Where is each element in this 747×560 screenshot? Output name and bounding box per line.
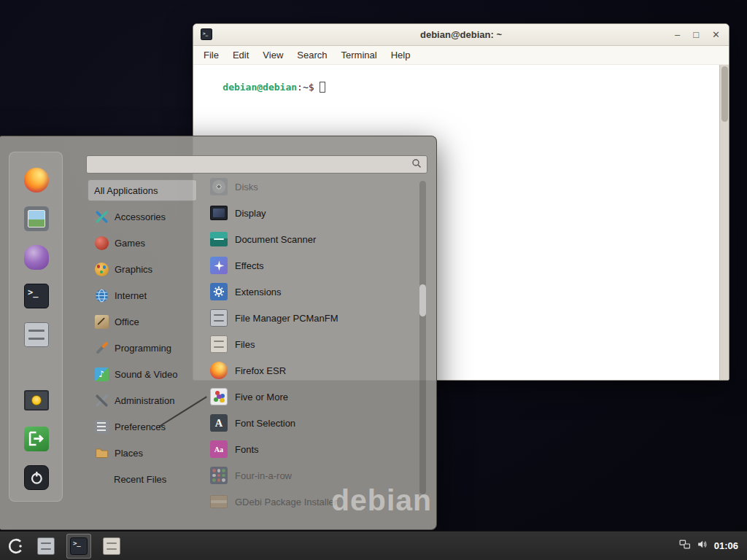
terminal-scrollbar[interactable] bbox=[719, 65, 729, 381]
app-disks[interactable]: Disks bbox=[210, 174, 419, 200]
maximize-button[interactable]: □ bbox=[693, 30, 699, 39]
category-all-applications[interactable]: All Applications bbox=[88, 179, 197, 201]
category-games[interactable]: Games bbox=[88, 232, 197, 254]
terminal-menu-view[interactable]: View bbox=[263, 50, 283, 61]
menu-scrollbar[interactable] bbox=[419, 181, 426, 494]
terminal-scrollbar-handle[interactable] bbox=[721, 66, 728, 122]
file-manager-icon bbox=[210, 309, 228, 327]
terminal-menu-help[interactable]: Help bbox=[391, 50, 411, 61]
accessories-icon bbox=[94, 209, 109, 224]
system-tray: 01:06 bbox=[679, 539, 743, 553]
files-icon bbox=[103, 537, 120, 555]
category-internet[interactable]: Internet bbox=[88, 284, 197, 306]
category-places[interactable]: Places bbox=[88, 442, 197, 464]
category-preferences[interactable]: Preferences bbox=[88, 416, 197, 438]
app-font-selection[interactable]: AFont Selection bbox=[210, 410, 419, 436]
app-extensions[interactable]: Extensions bbox=[210, 279, 419, 305]
app-label: Files bbox=[235, 339, 255, 350]
category-office[interactable]: Office bbox=[88, 311, 197, 332]
favorite-lock-screen[interactable] bbox=[23, 386, 50, 414]
app-label: Four-in-a-row bbox=[235, 470, 292, 481]
category-label: All Applications bbox=[94, 185, 158, 196]
clock[interactable]: 01:06 bbox=[714, 540, 738, 551]
category-label: Accessories bbox=[115, 211, 166, 222]
menu-scrollbar-handle[interactable] bbox=[419, 284, 426, 316]
favorite-pidgin[interactable] bbox=[23, 244, 50, 271]
terminal-menu-search[interactable]: Search bbox=[297, 50, 327, 61]
taskbar-launcher-files[interactable] bbox=[99, 534, 124, 559]
display-icon bbox=[210, 204, 228, 222]
terminal-cursor bbox=[320, 82, 325, 93]
sound-video-icon: ♪ bbox=[94, 367, 109, 381]
font-selection-icon: A bbox=[210, 414, 228, 432]
taskbar-launcher-terminal[interactable]: >_ bbox=[66, 534, 91, 559]
app-document-scanner[interactable]: Document Scanner bbox=[210, 226, 419, 252]
terminal-menu-terminal[interactable]: Terminal bbox=[341, 50, 377, 61]
search-box[interactable] bbox=[86, 155, 427, 174]
close-button[interactable]: ✕ bbox=[712, 30, 720, 39]
internet-icon bbox=[94, 288, 109, 303]
app-five-or-more[interactable]: Five or More bbox=[210, 384, 419, 410]
app-fonts[interactable]: AaFonts bbox=[210, 436, 419, 462]
files-icon bbox=[210, 335, 228, 353]
menu-button[interactable] bbox=[4, 534, 28, 558]
places-icon bbox=[94, 446, 109, 460]
application-list: DisksDisplayDocument ScannerEffectsExten… bbox=[210, 174, 419, 515]
category-graphics[interactable]: Graphics bbox=[88, 258, 197, 280]
category-label: Administration bbox=[115, 395, 174, 406]
terminal-menu-edit[interactable]: Edit bbox=[233, 50, 249, 61]
extensions-icon bbox=[210, 283, 228, 300]
fonts-icon: Aa bbox=[210, 440, 228, 458]
category-label: Preferences bbox=[115, 421, 166, 432]
debian-watermark: debian bbox=[331, 483, 432, 518]
image-viewer-icon bbox=[24, 206, 49, 231]
app-firefox-esr[interactable]: Firefox ESR bbox=[210, 357, 419, 384]
search-input[interactable] bbox=[92, 159, 411, 170]
terminal-titlebar[interactable]: >_ debian@debian: ~ – □ ✕ bbox=[193, 24, 729, 46]
administration-icon bbox=[94, 393, 109, 408]
games-icon bbox=[94, 236, 109, 250]
taskbar: >_ 01:06 bbox=[0, 531, 747, 560]
desktop: { "terminal": { "title": "debian@debian:… bbox=[0, 0, 747, 560]
volume-icon[interactable] bbox=[697, 539, 708, 553]
category-sound-video[interactable]: ♪Sound & Video bbox=[88, 363, 197, 385]
file-manager-icon bbox=[24, 322, 49, 347]
app-label: GDebi Package Installer bbox=[235, 497, 337, 508]
app-label: Firefox ESR bbox=[235, 365, 286, 376]
terminal-menubar: FileEditViewSearchTerminalHelp bbox=[193, 46, 729, 65]
pidgin-icon bbox=[24, 245, 49, 270]
prompt-suffix: :~$ bbox=[297, 82, 314, 93]
lock-screen-icon bbox=[24, 390, 49, 410]
terminal-window-icon: >_ bbox=[201, 28, 212, 40]
favorite-terminal[interactable]: >_ bbox=[23, 282, 50, 310]
network-icon[interactable] bbox=[679, 539, 690, 553]
category-accessories[interactable]: Accessories bbox=[88, 206, 197, 228]
category-recent-files[interactable]: Recent Files bbox=[88, 468, 197, 490]
app-display[interactable]: Display bbox=[210, 200, 419, 226]
favorite-image-viewer[interactable] bbox=[23, 205, 50, 233]
category-label: Recent Files bbox=[114, 474, 166, 485]
app-label: File Manager PCManFM bbox=[235, 313, 338, 324]
favorite-firefox[interactable] bbox=[23, 166, 50, 194]
favorite-shut-down[interactable] bbox=[23, 464, 50, 491]
category-programming[interactable]: Programming bbox=[88, 337, 197, 359]
app-label: Document Scanner bbox=[235, 234, 316, 245]
app-files[interactable]: Files bbox=[210, 331, 419, 357]
favorite-file-manager[interactable] bbox=[23, 321, 50, 349]
terminal-menu-file[interactable]: File bbox=[204, 50, 219, 61]
terminal-icon: >_ bbox=[24, 284, 49, 308]
four-in-a-row-icon bbox=[210, 467, 228, 484]
programming-icon bbox=[94, 341, 109, 355]
effects-icon bbox=[210, 257, 228, 274]
app-label: Effects bbox=[235, 260, 264, 271]
taskbar-launcher-file-manager[interactable] bbox=[34, 534, 58, 559]
favorite-log-out[interactable] bbox=[23, 425, 50, 453]
app-file-manager-pcmanfm[interactable]: File Manager PCManFM bbox=[210, 305, 419, 331]
firefox-icon bbox=[24, 168, 49, 192]
application-menu: >_ All ApplicationsAccessoriesGamesGraph… bbox=[0, 136, 437, 530]
minimize-button[interactable]: – bbox=[675, 30, 680, 39]
category-label: Internet bbox=[115, 290, 147, 301]
category-administration[interactable]: Administration bbox=[88, 389, 197, 411]
app-effects[interactable]: Effects bbox=[210, 252, 419, 279]
disks-icon bbox=[210, 178, 228, 195]
